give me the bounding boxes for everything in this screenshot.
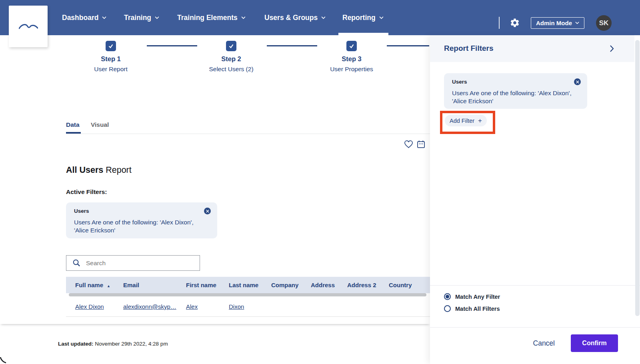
radio-icon <box>444 305 451 312</box>
step-2: Step 2 Select Users (2) <box>187 41 275 73</box>
users-table: Full name▲ Email First name Last name Co… <box>66 277 430 324</box>
favorite-heart-icon[interactable] <box>404 140 413 150</box>
filter-title: Users <box>74 208 209 214</box>
step-subtitle: User Properties <box>308 66 396 73</box>
cell-email-link[interactable]: alexdixonn@skyp… <box>123 303 176 310</box>
chevron-down-icon <box>379 16 384 19</box>
cell-first-name-link[interactable]: Alex <box>186 303 198 310</box>
chevron-down-icon <box>321 16 326 19</box>
nav-label: Training Elements <box>177 14 238 22</box>
last-updated: Last updated: November 29th 2022, 4:28 p… <box>58 341 168 347</box>
filter-description-line2: 'Alice Erickson' <box>74 226 209 234</box>
add-filter-label: Add Filter <box>450 118 474 124</box>
panel-filter-card: Users Users Are one of the following: 'A… <box>444 73 587 109</box>
remove-filter-button[interactable] <box>204 208 211 214</box>
step-3: Step 3 User Properties <box>308 41 396 73</box>
nav-item-training-elements[interactable]: Training Elements <box>177 0 246 35</box>
panel-header: Report Filters <box>430 35 634 62</box>
panel-actions: Cancel Confirm <box>430 334 618 352</box>
match-all-filters-radio[interactable]: Match All Filters <box>444 305 500 312</box>
search-input[interactable] <box>86 260 200 267</box>
nav-item-dashboard[interactable]: Dashboard <box>62 0 106 35</box>
nav-item-reporting[interactable]: Reporting <box>342 0 384 35</box>
filter-title: Users <box>452 79 579 85</box>
step-connector <box>267 45 317 46</box>
bird-logo-icon <box>19 23 38 30</box>
logo[interactable] <box>9 6 48 47</box>
report-filters-panel: Report Filters Users Users Are one of th… <box>430 35 640 364</box>
admin-mode-label: Admin Mode <box>536 20 572 26</box>
step-connector <box>147 45 197 46</box>
page-title-regular: Report <box>103 165 132 175</box>
column-header-last-name[interactable]: Last name <box>229 282 271 288</box>
page-vertical-scrollbar[interactable] <box>635 40 640 316</box>
column-header-address-2[interactable]: Address 2 <box>347 282 389 288</box>
chevron-down-icon <box>155 16 159 19</box>
panel-divider <box>430 327 640 328</box>
column-header-first-name[interactable]: First name <box>186 282 229 288</box>
cancel-button[interactable]: Cancel <box>533 339 555 348</box>
step-1-checkbox[interactable] <box>106 41 116 51</box>
top-nav: Dashboard Training Training Elements Use… <box>0 0 640 35</box>
radio-label: Match Any Filter <box>455 294 500 300</box>
column-header-full-name[interactable]: Full name▲ <box>75 282 123 288</box>
corner-decoration <box>0 357 7 364</box>
tabs-divider <box>66 134 430 134</box>
schedule-calendar-icon[interactable] <box>416 140 426 150</box>
active-filter-card: Users Users Are one of the following: 'A… <box>66 202 217 238</box>
check-icon <box>348 43 355 49</box>
chevron-down-icon <box>575 22 579 24</box>
settings-gear-icon[interactable] <box>510 18 520 28</box>
chevron-right-icon <box>610 45 614 52</box>
nav-label: Training <box>124 14 151 22</box>
search-box <box>66 255 200 271</box>
tab-data[interactable]: Data <box>66 121 80 128</box>
filter-description-line2: 'Alice Erickson' <box>452 97 579 105</box>
column-header-company[interactable]: Company <box>271 282 311 288</box>
cell-email-link[interactable]: aliceerickson@sk <box>123 323 170 324</box>
step-subtitle: User Report <box>67 66 155 73</box>
step-1: Step 1 User Report <box>67 41 155 73</box>
step-2-checkbox[interactable] <box>226 41 236 51</box>
filter-description-line1: Users Are one of the following: 'Alex Di… <box>452 89 579 97</box>
cell-last-name-link[interactable]: Erickson <box>229 323 252 324</box>
match-any-filter-radio[interactable]: Match Any Filter <box>444 293 500 300</box>
admin-mode-button[interactable]: Admin Mode <box>531 17 584 29</box>
step-title: Step 2 <box>187 55 275 63</box>
tab-visual[interactable]: Visual <box>91 121 109 128</box>
cell-full-name-link[interactable]: Alice Erickson <box>75 323 113 324</box>
cell-first-name-link[interactable]: Alice <box>186 323 199 324</box>
search-icon <box>72 259 81 267</box>
nav-item-users-groups[interactable]: Users & Groups <box>264 0 326 35</box>
check-icon <box>228 43 234 49</box>
close-icon <box>206 210 209 213</box>
table-header-row: Full name▲ Email First name Last name Co… <box>66 277 430 293</box>
avatar[interactable]: SK <box>596 15 612 31</box>
cell-full-name-link[interactable]: Alex Dixon <box>75 303 104 310</box>
radio-label: Match All Filters <box>455 306 500 312</box>
confirm-button[interactable]: Confirm <box>571 334 618 352</box>
table-row: Alex Dixon alexdixonn@skyp… Alex Dixon <box>66 297 430 317</box>
scrollbar-thumb[interactable] <box>69 293 426 296</box>
remove-filter-button[interactable] <box>574 78 581 85</box>
cell-last-name-link[interactable]: Dixon <box>229 303 244 310</box>
screen: Dashboard Training Training Elements Use… <box>0 0 640 364</box>
close-icon <box>576 80 579 84</box>
step-3-checkbox[interactable] <box>346 41 357 51</box>
nav-item-training[interactable]: Training <box>124 0 159 35</box>
panel-divider <box>430 285 640 286</box>
column-header-address[interactable]: Address <box>311 282 347 288</box>
page-title: All Users Report <box>66 165 132 175</box>
chevron-down-icon <box>241 16 246 19</box>
column-header-email[interactable]: Email <box>123 282 186 288</box>
collapse-panel-button[interactable] <box>610 45 614 54</box>
add-filter-button[interactable]: Add Filter + <box>445 115 487 126</box>
column-header-country[interactable]: Country <box>389 282 425 288</box>
panel-title: Report Filters <box>444 44 494 53</box>
step-title: Step 1 <box>67 55 155 63</box>
table-horizontal-scrollbar <box>66 293 430 297</box>
table-row: Alice Erickson aliceerickson@sk Alice Er… <box>66 317 430 324</box>
step-title: Step 3 <box>308 55 396 63</box>
main-content: Step 1 User Report Step 2 Select Users (… <box>0 35 430 324</box>
nav-label: Users & Groups <box>264 14 318 22</box>
